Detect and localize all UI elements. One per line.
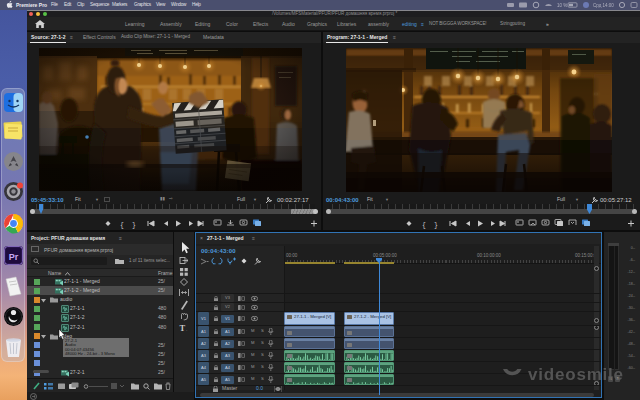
svg-text:.: . <box>186 326 187 332</box>
svg-text:}: } <box>132 222 136 229</box>
svg-text:videosmile: videosmile <box>528 365 624 384</box>
svg-text:{: { <box>422 222 426 229</box>
svg-text:10 %: 10 % <box>557 3 567 8</box>
svg-text:Срд 14:00: Срд 14:00 <box>593 3 614 8</box>
svg-text:T: T <box>180 323 186 333</box>
svg-text:Pr: Pr <box>9 252 19 262</box>
svg-text:{: { <box>120 222 124 229</box>
svg-text:}: } <box>434 222 438 229</box>
